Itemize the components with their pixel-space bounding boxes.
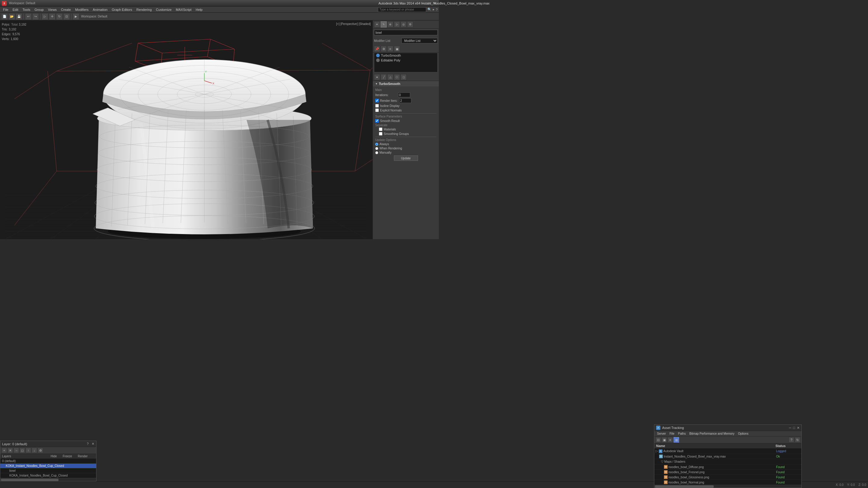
smoothing-groups-row: Smoothing Groups [375, 132, 436, 135]
menu-modifiers[interactable]: Modifiers [73, 7, 90, 12]
menu-maxscript[interactable]: MAXScript [174, 7, 193, 12]
toolbar-redo[interactable]: ↪ [32, 13, 39, 20]
panel-btn-create[interactable]: ✦ [374, 22, 380, 27]
panel-btn-utilities[interactable]: ⚙ [407, 22, 413, 27]
subobj-btn-2[interactable]: ╱ [381, 74, 387, 80]
rollout-sep2 [375, 137, 436, 137]
iterations-input[interactable] [398, 93, 410, 97]
menu-help[interactable]: Help [194, 7, 204, 12]
menu-tools[interactable]: Tools [21, 7, 32, 12]
render-iters-checkbox[interactable] [375, 99, 379, 102]
iterations-label: Iterations: [375, 93, 397, 97]
render-iters-input[interactable] [399, 98, 411, 103]
stats-row-polys: Polys: Total 3,192 [2, 22, 26, 27]
right-panel: ✦ ✎ ⊕ ▷ ◎ ⚙ Modifier List Modifier List … [373, 21, 439, 239]
menu-edit[interactable]: Edit [11, 7, 20, 12]
toolbar-sep3 [71, 14, 71, 19]
smooth-result-checkbox[interactable] [375, 119, 379, 123]
modifier-item-turbosmooth[interactable]: TurboSmooth [374, 53, 437, 58]
update-btn-area: Update [375, 156, 436, 161]
editablepoly-label: Editable Poly [381, 59, 400, 62]
toolbar-scale[interactable]: ⊡ [63, 13, 70, 20]
edges-label: Edges: [2, 32, 11, 37]
mod-btn-show-all[interactable]: ≡ [387, 46, 393, 52]
menu-rendering[interactable]: Rendering [135, 7, 154, 12]
iterations-row: Iterations: [375, 93, 436, 97]
subobj-btn-3[interactable]: △ [387, 74, 393, 80]
manually-radio[interactable] [375, 151, 378, 154]
modifier-item-editablepoly[interactable]: Editable Poly [374, 58, 437, 63]
panel-icon-bar: ✦ ✎ ⊕ ▷ ◎ ⚙ [373, 21, 439, 29]
toolbar-open[interactable]: 📂 [8, 13, 15, 20]
turbosmooth-rollout-header[interactable]: ▼ TurboSmooth [373, 81, 439, 87]
search-icon[interactable]: 🔍 [427, 7, 432, 11]
workspace-label: Workspace: Default [9, 1, 35, 5]
render-iters-label: Render Iters: [380, 99, 398, 102]
toolbar: 📄 📂 💾 ↩ ↪ ▷ ✛ ↻ ⊡ ▶ Workspace: Default [0, 13, 439, 21]
toolbar-save[interactable]: 💾 [16, 13, 22, 20]
mod-btn-configure[interactable]: ⚙ [381, 46, 387, 52]
search-input[interactable] [378, 7, 426, 12]
verts-value: 1,600 [11, 37, 19, 41]
panel-btn-motion[interactable]: ▷ [394, 22, 400, 27]
stats-row-verts: Verts: 1,600 [2, 37, 26, 41]
update-button[interactable]: Update [394, 156, 418, 161]
turbosmooth-header-label: TurboSmooth [379, 82, 400, 86]
menu-group[interactable]: Group [33, 7, 45, 12]
menu-views[interactable]: Views [46, 7, 59, 12]
panel-btn-display[interactable]: ◎ [401, 22, 407, 27]
polys-value: 3,192 [19, 22, 26, 27]
update-options-label: Update Options [375, 138, 436, 141]
isoline-checkbox[interactable] [375, 104, 379, 107]
isoline-row: Isoline Display [375, 104, 436, 107]
turbosmooth-icon [376, 54, 380, 57]
modifier-name-input[interactable] [374, 30, 438, 35]
toolbar-move[interactable]: ✛ [49, 13, 56, 20]
menu-customize[interactable]: Customize [154, 7, 173, 12]
verts-label: Verts: [2, 37, 10, 41]
title-bar: 3 Workspace: Default Autodesk 3ds Max 20… [0, 0, 439, 7]
toolbar-new[interactable]: 📄 [1, 13, 8, 20]
toolbar-undo[interactable]: ↩ [25, 13, 32, 20]
tris-label: Tris: [2, 27, 7, 32]
subobj-btn-1[interactable]: ● [374, 74, 380, 80]
when-rendering-label: When Rendering [379, 147, 404, 150]
menu-animation[interactable]: Animation [91, 7, 110, 12]
title-left: 3 Workspace: Default [2, 1, 35, 6]
svg-text:X: X [213, 82, 214, 85]
panel-btn-modify[interactable]: ✎ [381, 22, 387, 27]
toolbar-render[interactable]: ▶ [73, 13, 79, 20]
subobject-row: ● ╱ △ ⬡ ◻ [373, 73, 439, 81]
subobj-btn-5[interactable]: ◻ [401, 74, 407, 80]
smooth-result-row: Smooth Result [375, 119, 436, 123]
modifier-list-dropdown[interactable]: Modifier List [401, 38, 438, 43]
main-section-label: Main [375, 88, 436, 92]
explicit-normals-row: Explicit Normals [375, 108, 436, 112]
help-icon[interactable]: ? [436, 8, 438, 11]
when-rendering-radio[interactable] [375, 147, 378, 150]
mod-btn-select-all[interactable]: ▣ [394, 46, 400, 52]
viewport[interactable]: Polys: Total 3,192 Tris: 3,192 Edges: 9,… [0, 21, 373, 239]
subobj-btn-4[interactable]: ⬡ [394, 74, 400, 80]
toolbar-rotate[interactable]: ↻ [56, 13, 63, 20]
polys-total-label: Total [11, 22, 18, 27]
viewport-svg: X Y [0, 21, 373, 239]
turbosmooth-label: TurboSmooth [381, 54, 401, 57]
mod-btn-pin[interactable]: 📌 [374, 46, 380, 52]
smoothing-groups-checkbox[interactable] [379, 132, 382, 135]
toolbar-select[interactable]: ▷ [41, 13, 48, 20]
modifier-list-area: Modifier List Modifier List [373, 37, 439, 45]
materials-checkbox[interactable] [379, 127, 382, 131]
panel-btn-hierarchy[interactable]: ⊕ [387, 22, 393, 27]
rollout-sep1 [375, 113, 436, 113]
explicit-normals-label: Explicit Normals [380, 109, 404, 112]
search-btn2[interactable]: ▸ [433, 7, 435, 11]
menu-create[interactable]: Create [59, 7, 73, 12]
always-label: Always [379, 142, 404, 146]
menu-file[interactable]: File [1, 7, 10, 12]
menu-graph-editors[interactable]: Graph Editors [110, 7, 134, 12]
always-radio[interactable] [375, 143, 378, 146]
explicit-normals-checkbox[interactable] [375, 108, 379, 112]
turbosmooth-main-section: Main Iterations: Render Iters: Isoline D… [373, 87, 439, 163]
stats-row-edges: Edges: 9,576 [2, 32, 26, 37]
